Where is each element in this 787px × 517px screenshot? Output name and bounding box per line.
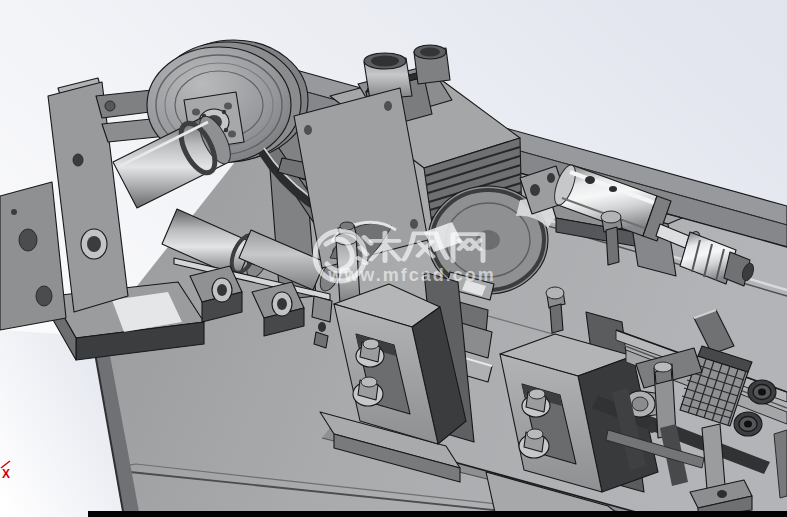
viewport-bottom-edge (88, 511, 787, 517)
cad-preview-image: 沐风网 www.mfcad.com X (0, 0, 787, 517)
clamp-knob-2 (734, 412, 762, 436)
watermark-site-name: 沐风网 (355, 228, 469, 270)
watermark-url: www.mfcad.com (327, 265, 495, 285)
clamp-knob-1 (748, 380, 776, 404)
cad-viewport[interactable]: 沐风网 www.mfcad.com X (0, 0, 787, 517)
origin-axis-label: X (2, 467, 10, 481)
